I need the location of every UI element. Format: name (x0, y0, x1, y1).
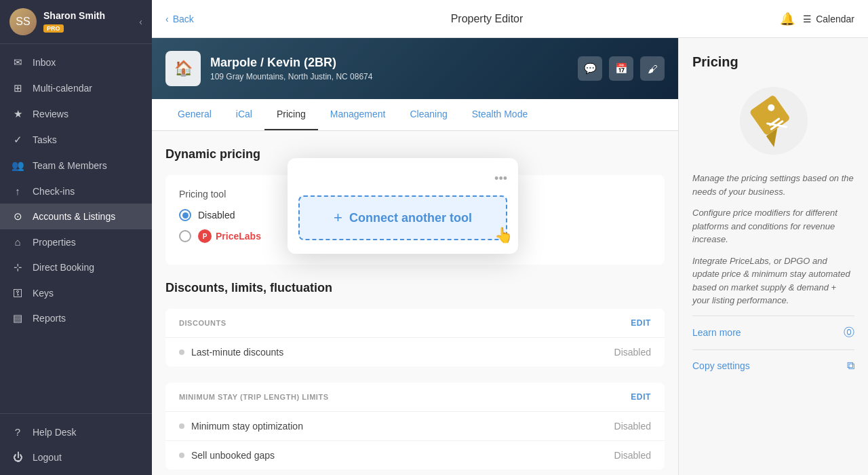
property-name: Marpole / Kevin (2BR) (210, 56, 568, 70)
content-area: 🏠 Marpole / Kevin (2BR) 109 Gray Mountai… (152, 38, 868, 475)
sidebar-item-label: Team & Members (33, 160, 107, 171)
tab-general[interactable]: General (165, 99, 224, 130)
tab-management[interactable]: Management (318, 99, 398, 130)
logout-icon: ⏻ (11, 451, 24, 463)
sidebar-item-inbox[interactable]: ✉ Inbox (0, 50, 152, 75)
copy-settings-label: Copy settings (692, 360, 750, 371)
learn-more-link[interactable]: Learn more ⓪ (692, 316, 854, 349)
sidebar-user-name: Sharon Smith (43, 10, 105, 22)
calendar-icon: ☰ (803, 14, 812, 24)
sidebar-item-direct-booking[interactable]: ⊹ Direct Booking (0, 254, 152, 280)
tab-content-pricing: Dynamic pricing Pricing tool Disabled P … (152, 131, 678, 475)
sidebar-item-label: Check-ins (33, 186, 75, 197)
bell-icon[interactable]: 🔔 (780, 12, 795, 26)
property-actions: 💬 📅 🖌 (578, 56, 665, 81)
sidebar-item-label: Direct Booking (33, 262, 94, 273)
connect-another-tool-button[interactable]: + Connect another tool 👆 (298, 195, 507, 240)
connect-tool-popup: ••• + Connect another tool 👆 (288, 158, 518, 254)
back-arrow-icon: ‹ (165, 14, 169, 24)
right-panel-desc1: Manage the pricing settings based on the… (692, 172, 854, 198)
topbar: ‹ Back Property Editor 🔔 ☰ Calendar (152, 0, 868, 38)
sidebar-item-reports[interactable]: ▤ Reports (0, 305, 152, 331)
cursor-icon: 👆 (494, 227, 513, 244)
sidebar-item-helpdesk[interactable]: ? Help Desk (0, 419, 152, 444)
tab-cleaning[interactable]: Cleaning (397, 99, 459, 130)
sidebar-header[interactable]: SS Sharon Smith PRO ‹ (0, 0, 152, 44)
sidebar-item-label: Keys (33, 288, 54, 299)
sidebar-item-label: Properties (33, 237, 76, 248)
reports-icon: ▤ (11, 312, 24, 324)
sidebar-item-label: Accounts & Listings (33, 211, 115, 222)
main-content: ‹ Back Property Editor 🔔 ☰ Calendar 🏠 Ma… (152, 0, 868, 475)
copy-settings-link[interactable]: Copy settings ⧉ (692, 349, 854, 381)
sidebar-item-team[interactable]: 👥 Team & Members (0, 153, 152, 178)
sidebar-footer: ? Help Desk ⏻ Logout (0, 413, 152, 475)
tab-bar: General iCal Pricing Management Cleaning… (152, 99, 678, 131)
calendar-button[interactable]: ☰ Calendar (803, 14, 854, 24)
popup-dots[interactable]: ••• (298, 172, 507, 186)
property-info: Marpole / Kevin (2BR) 109 Gray Mountains… (210, 56, 568, 81)
sidebar-item-label: Help Desk (33, 427, 77, 438)
checkin-icon: ↑ (11, 185, 24, 197)
sidebar-item-accounts[interactable]: ⊙ Accounts & Listings (0, 204, 152, 229)
calendar-label: Calendar (816, 14, 854, 24)
right-panel-desc3: Integrate PriceLabs, or DPGO and update … (692, 254, 854, 307)
sidebar-item-tasks[interactable]: ✓ Tasks (0, 127, 152, 153)
topbar-actions: 🔔 ☰ Calendar (780, 12, 854, 26)
plus-icon: + (334, 209, 342, 227)
team-icon: 👥 (11, 159, 24, 172)
sidebar-item-reviews[interactable]: ★ Reviews (0, 101, 152, 127)
sidebar-item-label: Tasks (33, 134, 57, 145)
popup-overlay[interactable]: ••• + Connect another tool 👆 (152, 131, 678, 475)
sidebar-item-logout[interactable]: ⏻ Logout (0, 444, 152, 470)
sidebar-item-checkins[interactable]: ↑ Check-ins (0, 178, 152, 204)
sidebar-item-label: Inbox (33, 57, 56, 68)
pricing-illustration (692, 83, 854, 158)
tag-svg-icon (736, 83, 811, 158)
avatar: SS (9, 8, 37, 35)
keys-icon: ⚿ (11, 287, 24, 299)
inbox-icon: ✉ (11, 56, 24, 69)
sidebar-item-properties[interactable]: ⌂ Properties (0, 229, 152, 254)
property-icon: 🏠 (165, 51, 201, 86)
accounts-icon: ⊙ (11, 210, 24, 223)
sidebar-item-multi-calendar[interactable]: ⊞ Multi-calendar (0, 75, 152, 101)
star-icon: ★ (11, 108, 24, 120)
copy-icon: ⧉ (847, 360, 854, 372)
right-panel-title: Pricing (692, 54, 854, 70)
back-button[interactable]: ‹ Back (165, 14, 194, 24)
property-header: 🏠 Marpole / Kevin (2BR) 109 Gray Mountai… (152, 38, 678, 99)
connect-label: Connect another tool (349, 211, 472, 225)
question-circle-icon: ⓪ (844, 326, 854, 340)
grid-icon: ⊞ (11, 82, 24, 94)
sidebar-item-label: Multi-calendar (33, 83, 92, 94)
pro-badge: PRO (43, 24, 64, 33)
sidebar-item-label: Logout (33, 452, 62, 463)
help-icon: ? (11, 426, 24, 438)
sidebar: SS Sharon Smith PRO ‹ ✉ Inbox ⊞ Multi-ca… (0, 0, 152, 475)
check-icon: ✓ (11, 134, 24, 146)
sidebar-nav: ✉ Inbox ⊞ Multi-calendar ★ Reviews ✓ Tas… (0, 44, 152, 413)
sidebar-item-keys[interactable]: ⚿ Keys (0, 280, 152, 305)
calendar-action-button[interactable]: 📅 (609, 56, 633, 81)
tab-stealth[interactable]: Stealth Mode (460, 99, 540, 130)
right-panel: Pricing (678, 38, 868, 475)
booking-icon: ⊹ (11, 261, 24, 273)
sidebar-item-label: Reviews (33, 109, 68, 119)
collapse-button[interactable]: ‹ (139, 16, 142, 27)
tab-pricing[interactable]: Pricing (264, 99, 318, 130)
property-address: 109 Gray Mountains, North Justin, NC 086… (210, 72, 568, 81)
settings-button[interactable]: 🖌 (640, 56, 665, 81)
tab-ical[interactable]: iCal (224, 99, 264, 130)
properties-icon: ⌂ (11, 236, 24, 248)
page-title: Property Editor (205, 13, 769, 25)
editor-panel: 🏠 Marpole / Kevin (2BR) 109 Gray Mountai… (152, 38, 678, 475)
learn-more-label: Learn more (692, 327, 741, 338)
right-panel-desc2: Configure price modifiers for different … (692, 206, 854, 246)
message-button[interactable]: 💬 (578, 56, 602, 81)
sidebar-item-label: Reports (33, 313, 66, 324)
back-label: Back (173, 14, 194, 24)
